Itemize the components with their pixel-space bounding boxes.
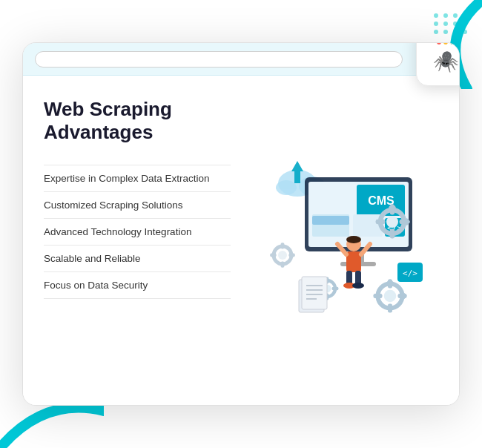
svg-rect-33 — [374, 294, 383, 298]
svg-rect-32 — [388, 304, 392, 313]
svg-rect-28 — [332, 287, 339, 290]
feature-item-2: Customized Scraping Solutions — [44, 192, 231, 219]
svg-rect-47 — [302, 277, 327, 309]
svg-text:</>: </> — [403, 269, 417, 278]
browser-content: Web Scraping Advantages Expertise in Com… — [23, 76, 459, 405]
svg-rect-10 — [353, 214, 383, 237]
svg-point-2 — [276, 180, 297, 195]
feature-item-4: Scalable and Reliable — [44, 246, 231, 272]
svg-rect-18 — [390, 229, 394, 239]
card-traffic-lights — [437, 42, 455, 45]
svg-point-55 — [278, 251, 287, 260]
svg-rect-58 — [270, 254, 276, 257]
page-title: Web Scraping Advantages — [44, 98, 231, 144]
browser-topbar — [23, 43, 459, 76]
feature-item-3: Advanced Technology Integration — [44, 219, 231, 246]
feature-list: Expertise in Complex Data Extraction Cus… — [44, 165, 231, 299]
svg-rect-59 — [288, 254, 294, 257]
svg-rect-56 — [281, 243, 285, 248]
yellow-dot — [443, 42, 448, 45]
spider-icon: 🕷️ — [433, 49, 459, 73]
cms-illustration: CMS </> — [253, 140, 431, 348]
browser-card: 🕷️ Web Scraping Advantages Expertise in … — [22, 42, 460, 406]
feature-item-1: Expertise in Complex Data Extraction — [44, 165, 231, 192]
svg-rect-39 — [346, 251, 361, 272]
svg-point-16 — [386, 216, 398, 228]
svg-rect-57 — [281, 261, 285, 267]
right-panel: CMS </> — [245, 98, 438, 390]
svg-point-38 — [346, 236, 361, 243]
red-dot — [437, 42, 441, 45]
spider-icon-card: 🕷️ — [416, 42, 460, 86]
feature-item-5: Focus on Data Security — [44, 272, 231, 299]
address-bar[interactable] — [35, 51, 403, 67]
green-dot — [450, 42, 455, 45]
svg-rect-9 — [312, 216, 349, 225]
left-panel: Web Scraping Advantages Expertise in Com… — [44, 98, 245, 390]
svg-point-45 — [352, 283, 364, 289]
svg-point-30 — [384, 290, 397, 303]
svg-rect-19 — [376, 220, 386, 224]
